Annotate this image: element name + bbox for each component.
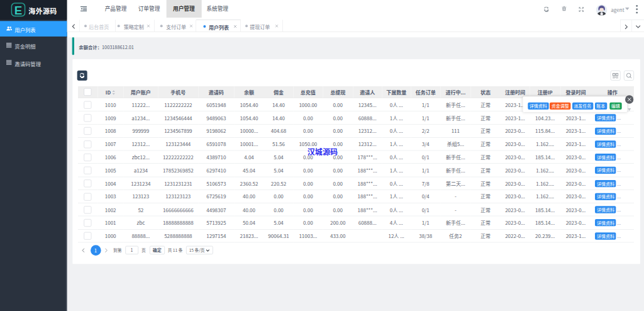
svg-text:E: E [14,3,22,16]
